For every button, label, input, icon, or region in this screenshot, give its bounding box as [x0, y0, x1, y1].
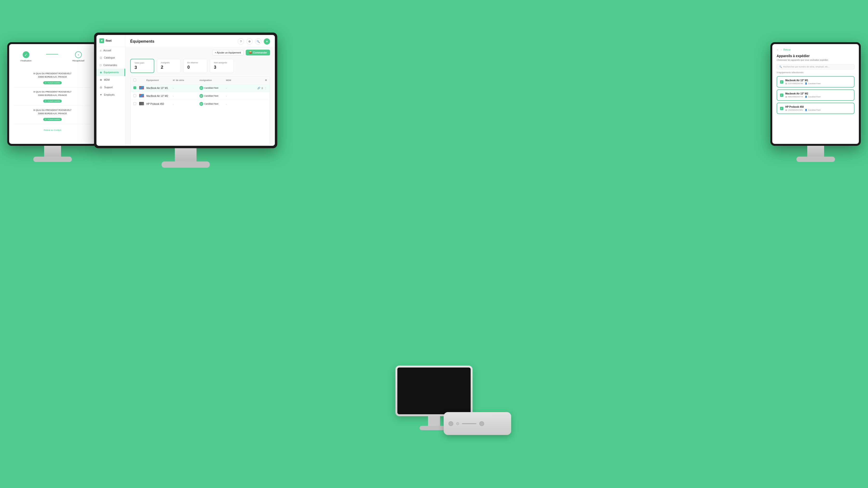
link-icon-1[interactable]: 🔗: [257, 87, 260, 89]
employes-icon: ✦: [100, 93, 102, 96]
device-card-1: ✓ Macbook Air 13" M1 ▤ 21574560254796 👤: [777, 76, 855, 88]
search-button[interactable]: 🔍: [255, 38, 261, 44]
address-text-1a: III QUAI DU PRESIDENT ROOSEVELT: [14, 72, 91, 75]
stat-label-en-reserve: En réserve: [187, 61, 203, 64]
logo-text: fleet: [105, 39, 112, 42]
center-app: fleet ⌂ Accueil ◻ Catalogue □ Commande: [96, 35, 275, 146]
assign-name-2: Candidat Fleet: [204, 95, 218, 97]
header-checkbox[interactable]: [133, 78, 136, 82]
th-assignation: Assignation: [199, 79, 226, 82]
stat-value-votre-parc: 3: [134, 65, 150, 70]
catalogue-icon: ◻: [100, 56, 102, 59]
table-row: MacBook Air 13" M2 - CF Candidat Fleet -: [130, 92, 270, 100]
device-info-3: HP Probook 450 ▤ 15245602547851 👤 Candid…: [785, 105, 851, 111]
help-button[interactable]: ?: [238, 38, 244, 44]
mac-studio-slot: [462, 423, 476, 424]
plus-button[interactable]: +: [264, 38, 270, 44]
equipment-count: 3 équipements sélectionnés: [777, 71, 855, 74]
fleet-logo-icon: [99, 38, 104, 43]
device-info-1: Macbook Air 13" M1 ▤ 21574560254796 👤 Ca…: [785, 79, 851, 85]
nav-item-accueil[interactable]: ⌂ Accueil: [96, 47, 125, 54]
step-circle-done: ✓: [23, 51, 29, 58]
assign-badge-1: CF Candidat Fleet: [199, 86, 226, 90]
row-checkbox-2[interactable]: [133, 94, 136, 97]
more-icon-1[interactable]: ⋮: [265, 87, 267, 89]
step-connector: [46, 54, 58, 55]
settings-button[interactable]: ⚙: [246, 38, 253, 44]
user-icon-1: 👤: [805, 83, 807, 85]
main-content: Équipements ? ⚙ 🔍 + + Ajouter un équipem…: [125, 35, 275, 146]
nav-item-equipements[interactable]: ◈ Équipements: [96, 69, 125, 76]
mac-studio-button: [456, 422, 459, 425]
left-monitor-base: [33, 157, 72, 162]
mac-studio-port-1: [448, 421, 453, 426]
stat-votre-parc: Votre parc 3: [130, 59, 154, 73]
nav-item-catalogue[interactable]: ◻ Catalogue: [96, 54, 125, 61]
center-screen-bezel: fleet ⌂ Accueil ◻ Catalogue □ Commande: [94, 33, 277, 148]
stat-assignes: Assignés 2: [157, 59, 181, 73]
device-meta-3: ▤ 15245602547851 👤 Candidat Fleet: [785, 109, 851, 111]
nav-label-mdm: MDM: [104, 78, 110, 81]
commander-button[interactable]: 📦 Commander: [246, 50, 270, 56]
back-to-cockpit-link[interactable]: Retour au Cockpit: [44, 129, 61, 131]
device-checkbox-1[interactable]: ✓: [780, 80, 783, 84]
mac-studio: [444, 412, 511, 435]
device-user-2: 👤 Candidat Fleet: [805, 96, 820, 98]
td-mdm-1: -: [226, 87, 252, 89]
back-button[interactable]: ← ← Retour: [777, 48, 855, 51]
left-screen-bezel: ✓ Finalisation ● Récapitulatif: [7, 42, 98, 146]
nav-item-commandes[interactable]: □ Commandes: [96, 61, 125, 69]
nav-label-commandes: Commandes: [103, 64, 117, 66]
center-screen-inner: fleet ⌂ Accueil ◻ Catalogue □ Commande: [96, 35, 275, 146]
stat-value-en-reserve: 0: [187, 65, 203, 70]
table-row: HP Probook 450 - CF Candidat Fleet -: [130, 100, 270, 108]
td-mdm-2: -: [226, 95, 252, 97]
td-check-1[interactable]: [133, 86, 139, 90]
device-info-2: Macbook Air 13" M2 ▤ 88524560254774 👤 Ca…: [785, 92, 851, 98]
device-meta-2: ▤ 88524560254774 👤 Candidat Fleet: [785, 96, 851, 98]
home-icon: ⌂: [100, 49, 101, 52]
left-monitor: ✓ Finalisation ● Récapitulatif: [7, 42, 98, 162]
hp-icon: [139, 102, 144, 105]
mdm-icon: ⊕: [100, 78, 102, 82]
th-checkbox: [133, 78, 139, 82]
device-serial-2: ▤ 88524560254774: [785, 96, 803, 98]
nav-label-support: Support: [104, 86, 113, 89]
stat-label-votre-parc: Votre parc: [134, 62, 150, 64]
nav-item-mdm[interactable]: ⊕ MDM: [96, 76, 125, 84]
device-serial-1: ▤ 21574560254796: [785, 83, 803, 85]
td-assign-3: CF Candidat Fleet: [199, 102, 226, 106]
row-checkbox-1[interactable]: [133, 86, 136, 89]
row-checkbox-3[interactable]: [133, 102, 136, 105]
right-page-title: Appareils à expédier: [777, 54, 855, 58]
device-card-2: ✓ Macbook Air 13" M2 ▤ 88524560254774 👤: [777, 89, 855, 101]
device-checkbox-3[interactable]: ✓: [780, 107, 783, 110]
serial-icon-3: ▤: [785, 109, 787, 111]
table-row: MacBook Air 13" M1 - CF Candidat Fleet -: [130, 84, 270, 92]
nav-item-support[interactable]: ◎ Support: [96, 84, 125, 91]
left-app: ✓ Finalisation ● Récapitulatif: [9, 44, 96, 144]
address-badge-2: 2 - 4 jours ouvrés: [43, 100, 62, 103]
nav-label-accueil: Accueil: [103, 49, 111, 52]
sidebar: fleet ⌂ Accueil ◻ Catalogue □ Commande: [96, 35, 125, 146]
circle-icon: ●: [78, 54, 79, 56]
equipements-icon: ◈: [100, 71, 102, 74]
td-icon-1: [139, 86, 146, 90]
nav-item-employes[interactable]: ✦ Employés: [96, 91, 125, 99]
user-icon-2: 👤: [805, 96, 807, 98]
studio-screen-inner: [397, 367, 471, 414]
device-name-3: HP Probook 450: [785, 105, 851, 108]
step-recapitulatif: ● Récapitulatif: [72, 51, 85, 62]
td-serial-3: -: [173, 103, 199, 105]
trash-icon-1[interactable]: 🗑: [261, 87, 264, 89]
device-meta-1: ▤ 21574560254796 👤 Candidat Fleet: [785, 83, 851, 85]
th-mdm: MDM: [226, 79, 252, 82]
table-header: Équipement N° de série Assignation MDM ⚙: [130, 77, 270, 84]
td-check-3[interactable]: [133, 102, 139, 105]
td-check-2[interactable]: [133, 94, 139, 98]
stat-label-non-assignes: Non assignés: [214, 61, 230, 64]
device-checkbox-2[interactable]: ✓: [780, 94, 783, 97]
page-title: Équipements: [130, 39, 154, 44]
add-equipment-button[interactable]: + Ajouter un équipement: [212, 50, 244, 56]
logo-area: fleet: [96, 38, 125, 47]
